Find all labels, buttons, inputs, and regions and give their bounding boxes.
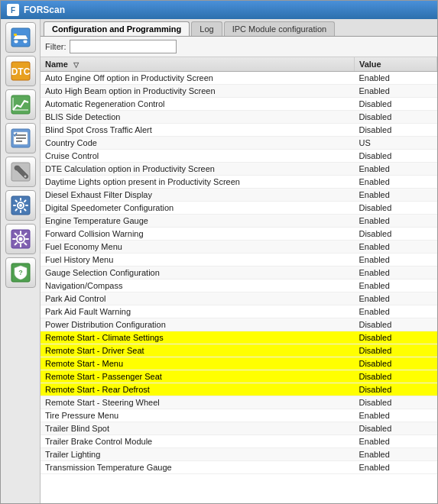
row-value: Disabled — [354, 98, 436, 111]
row-value: Enabled — [354, 85, 436, 98]
col-name: Name ▽ — [41, 57, 354, 72]
row-name: Park Aid Fault Warning — [41, 305, 354, 318]
row-name: Remote Start - Climate Settings — [41, 331, 354, 344]
table-row[interactable]: Trailer Blind SpotDisabled — [41, 422, 437, 435]
row-name: Park Aid Control — [41, 292, 354, 305]
table-row[interactable]: Remote Start - MenuDisabled — [41, 357, 437, 370]
row-name: Fuel History Menu — [41, 254, 354, 267]
row-value: Enabled — [354, 461, 436, 474]
car-icon — [11, 27, 31, 47]
table-row[interactable]: Remote Start - Driver SeatDisabled — [41, 344, 437, 357]
table-row[interactable]: Trailer LightingEnabled — [41, 448, 437, 461]
table-row[interactable]: Gauge Selection ConfigurationEnabled — [41, 267, 437, 279]
main-window: F FORScan DTC — [0, 0, 438, 504]
row-value: Enabled — [354, 279, 436, 292]
table-row[interactable]: Transmission Temperature GaugeEnabled — [41, 461, 437, 474]
tab-ipc[interactable]: IPC Module configuration — [224, 21, 336, 36]
filter-input[interactable] — [70, 40, 177, 53]
config-table: Name ▽ Value Auto Engine Off option in P… — [41, 57, 437, 474]
sidebar-btn-settings[interactable] — [5, 190, 36, 221]
row-value: Enabled — [354, 409, 436, 422]
tab-bar: Configuration and Programming Log IPC Mo… — [41, 19, 437, 37]
row-name: Remote Start - Menu — [41, 357, 354, 370]
row-name: Diesel Exhaust Filter Display — [41, 189, 354, 202]
row-name: Auto Engine Off option in Productivity S… — [41, 72, 354, 85]
table-row[interactable]: Trailer Brake Control ModuleEnabled — [41, 435, 437, 448]
table-row[interactable]: Forward Collision WarningDisabled — [41, 228, 437, 241]
svg-point-18 — [19, 204, 22, 207]
table-row[interactable]: Fuel Economy MenuEnabled — [41, 241, 437, 254]
row-value: Enabled — [354, 305, 436, 318]
filter-bar: Filter: — [41, 37, 437, 57]
row-name: Navigation/Compass — [41, 279, 354, 292]
table-body: Auto Engine Off option in Productivity S… — [41, 72, 437, 474]
row-name: Fuel Economy Menu — [41, 241, 354, 254]
table-row[interactable]: Diesel Exhaust Filter DisplayEnabled — [41, 189, 437, 202]
table-row[interactable]: Auto Engine Off option in Productivity S… — [41, 72, 437, 85]
table-row[interactable]: Blind Spot Cross Traffic AlertDisabled — [41, 124, 437, 137]
row-value: Enabled — [354, 292, 436, 305]
row-value: Enabled — [354, 435, 436, 448]
table-row[interactable]: Navigation/CompassEnabled — [41, 279, 437, 292]
tab-config[interactable]: Configuration and Programming — [44, 21, 190, 36]
checklist-icon — [11, 128, 31, 148]
col-value: Value — [354, 57, 436, 72]
table-row[interactable]: Remote Start - Steering WheelDisabled — [41, 396, 437, 409]
row-value: Disabled — [354, 370, 436, 383]
row-value: Disabled — [354, 318, 436, 331]
sidebar-btn-vehicle[interactable] — [5, 22, 36, 53]
table-row[interactable]: Park Aid ControlEnabled — [41, 292, 437, 305]
table-row[interactable]: Park Aid Fault WarningEnabled — [41, 305, 437, 318]
table-row[interactable]: Fuel History MenuEnabled — [41, 254, 437, 267]
table-header-row: Name ▽ Value — [41, 57, 437, 72]
sidebar-btn-checklist[interactable] — [5, 123, 36, 153]
row-value: Enabled — [354, 448, 436, 461]
table-row[interactable]: Power Distribution ConfigurationDisabled — [41, 318, 437, 331]
row-value: Disabled — [354, 331, 436, 344]
row-name: Remote Start - Steering Wheel — [41, 396, 354, 409]
row-name: Blind Spot Cross Traffic Alert — [41, 124, 354, 137]
row-name: Daytime Lights option present in Product… — [41, 176, 354, 189]
row-name: Trailer Brake Control Module — [41, 435, 354, 448]
table-row[interactable]: Engine Temperature GaugeEnabled — [41, 215, 437, 228]
row-value: US — [354, 137, 436, 150]
graph-icon — [11, 95, 31, 115]
tab-log[interactable]: Log — [191, 21, 222, 36]
sidebar-btn-graph[interactable] — [5, 89, 36, 120]
row-name: Remote Start - Driver Seat — [41, 344, 354, 357]
table-row[interactable]: Remote Start - Passenger SeatDisabled — [41, 370, 437, 383]
main-content: DTC — [1, 19, 437, 503]
sidebar-btn-settings2[interactable] — [5, 224, 36, 254]
app-icon: F — [7, 4, 19, 16]
window-title: FORScan — [24, 5, 65, 15]
table-row[interactable]: Daytime Lights option present in Product… — [41, 176, 437, 189]
sidebar-btn-security[interactable]: ? — [5, 257, 36, 288]
table-row[interactable]: Digital Speedometer ConfigurationDisable… — [41, 202, 437, 215]
table-row[interactable]: Country CodeUS — [41, 137, 437, 150]
table-row[interactable]: Auto High Beam option in Productivity Sc… — [41, 85, 437, 98]
row-name: Engine Temperature Gauge — [41, 215, 354, 228]
shield-icon: ? — [11, 263, 31, 283]
table-row[interactable]: Tire Pressure MenuEnabled — [41, 409, 437, 422]
row-name: Remote Start - Passenger Seat — [41, 370, 354, 383]
svg-text:?: ? — [18, 269, 23, 276]
sidebar-btn-service[interactable] — [5, 157, 36, 187]
row-value: Disabled — [354, 111, 436, 124]
table-row[interactable]: Automatic Regeneration ControlDisabled — [41, 98, 437, 111]
gear-icon — [11, 195, 31, 215]
table-row[interactable]: Cruise ControlDisabled — [41, 150, 437, 163]
row-value: Enabled — [354, 176, 436, 189]
sidebar-btn-dtc[interactable]: DTC — [5, 56, 36, 86]
row-name: Automatic Regeneration Control — [41, 98, 354, 111]
row-value: Enabled — [354, 241, 436, 254]
row-value: Disabled — [354, 383, 436, 396]
table-row[interactable]: DTE Calculation option in Productivity S… — [41, 163, 437, 176]
row-value: Disabled — [354, 396, 436, 409]
row-name: Auto High Beam option in Productivity Sc… — [41, 85, 354, 98]
table-row[interactable]: Remote Start - Rear DefrostDisabled — [41, 383, 437, 396]
table-row[interactable]: Remote Start - Climate SettingsDisabled — [41, 331, 437, 344]
row-name: Power Distribution Configuration — [41, 318, 354, 331]
table-container: Name ▽ Value Auto Engine Off option in P… — [41, 57, 437, 503]
row-name: Transmission Temperature Gauge — [41, 461, 354, 474]
table-row[interactable]: BLIS Side DetectionDisabled — [41, 111, 437, 124]
